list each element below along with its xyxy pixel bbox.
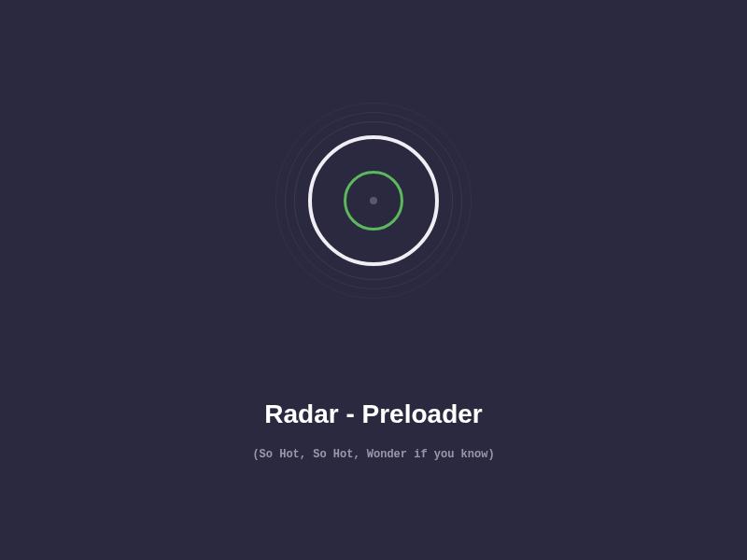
radar-center-dot [370,197,377,204]
page-title: Radar - Preloader [0,399,747,429]
page-subtitle: (So Hot, So Hot, Wonder if you know) [0,448,747,461]
